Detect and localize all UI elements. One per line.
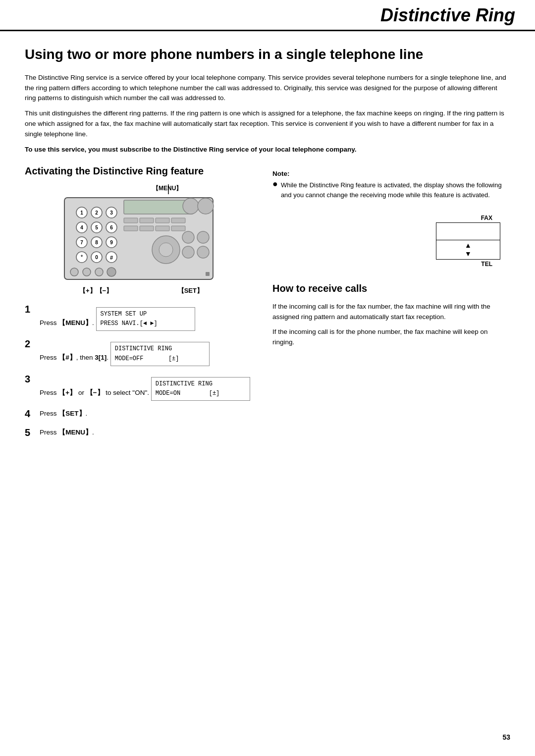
activating-sub-heading: Activating the Distinctive Ring feature [25,165,253,177]
svg-text:8: 8 [95,240,98,245]
svg-rect-35 [124,226,138,231]
step-3-text: Press 【+】 or 【−】 to select "ON". [40,389,149,396]
step-1-content: Press 【MENU】. SYSTEM SET UPPRESS NAVI.[◄… [40,303,253,331]
down-arrow-icon: ▼ [465,250,472,258]
set-label: 【SET】 [178,286,203,295]
step-3-lcd: DISTINCTIVE RINGMODE=ON [±] [151,377,250,401]
svg-text:4: 4 [80,225,83,230]
steps-list: 1 Press 【MENU】. SYSTEM SET UPPRESS NAVI.… [25,303,253,438]
step-2-lcd: DISTINCTIVE RINGMODE=OFF [±] [110,342,210,366]
step-2-num: 2 [25,338,40,350]
svg-point-42 [159,243,173,257]
fax-tel-display: FAX ▲ ▼ TEL [272,215,510,268]
plus-minus-label: 【+】【−】 [79,286,112,295]
up-arrow-icon: ▲ [465,241,472,250]
receive-text-1: If the incoming call is for the fax numb… [272,302,510,323]
step-3: 3 Press 【+】 or 【−】 to select "ON". DISTI… [25,373,253,401]
note-text: While the Distinctive Ring feature is ac… [281,180,510,200]
note-heading: Note: [272,170,510,177]
svg-rect-32 [140,218,154,223]
machine-illustration: 【MENU】 1 [25,184,253,295]
svg-point-43 [182,231,194,243]
step-5-num: 5 [25,427,40,438]
svg-text:*: * [81,254,83,261]
page-container: Distinctive Ring Using two or more phone… [0,0,535,756]
step-1-lcd: SYSTEM SET UPPRESS NAVI.[◄ ►] [96,307,195,331]
svg-rect-38 [171,226,185,231]
svg-text:6: 6 [110,225,113,230]
svg-rect-37 [156,226,169,231]
fax-machine-svg: 1 2 3 4 5 6 7 [59,195,218,284]
step-2: 2 Press 【#】, then 3[1]. DISTINCTIVE RING… [25,338,253,366]
page-number: 53 [502,733,510,741]
intro-paragraph-1: The Distinctive Ring service is a servic… [25,73,510,104]
col-right: Note: ● While the Distinctive Ring featu… [272,165,510,445]
tel-label: TEL [481,261,492,268]
svg-point-29 [107,268,116,276]
fax-label: FAX [481,215,492,221]
step-4: 4 Press 【SET】. [25,408,253,420]
page-title: Distinctive Ring [380,5,515,26]
svg-text:2: 2 [95,210,98,216]
menu-label: 【MENU】 [153,184,182,193]
step-3-num: 3 [25,373,40,385]
receive-text-2: If the incoming call is for the phone nu… [272,327,510,348]
intro-paragraph-2: This unit distinguishes the different ri… [25,108,510,140]
svg-rect-36 [140,226,154,231]
step-1: 1 Press 【MENU】. SYSTEM SET UPPRESS NAVI.… [25,303,253,331]
receive-calls-heading: How to receive calls [272,282,510,295]
step-1-num: 1 [25,303,40,315]
fax-tel-arrows: ▲ ▼ [436,240,500,260]
step-5-content: Press 【MENU】. [40,427,253,437]
step-4-text: Press 【SET】. [40,410,87,417]
bullet-icon: ● [272,179,278,188]
page-header: Distinctive Ring [0,0,535,31]
svg-text:5: 5 [95,225,98,230]
svg-rect-33 [156,218,169,223]
step-1-text: Press 【MENU】. [40,319,94,326]
note-section: Note: ● While the Distinctive Ring featu… [272,170,510,200]
svg-text:#: # [110,255,113,261]
section-heading: Using two or more phone numbers in a sin… [25,46,510,63]
svg-text:7: 7 [80,240,83,245]
svg-point-45 [182,246,194,258]
col-left: Activating the Distinctive Ring feature … [25,165,253,445]
step-3-content: Press 【+】 or 【−】 to select "ON". DISTINC… [40,373,253,401]
step-2-text: Press 【#】, then 3[1]. [40,354,108,362]
note-item-1: ● While the Distinctive Ring feature is … [272,180,510,200]
main-content: Using two or more phone numbers in a sin… [0,31,535,465]
two-col-layout: Activating the Distinctive Ring feature … [25,165,510,445]
step-4-content: Press 【SET】. [40,408,253,419]
bold-note: To use this service, you must subscribe … [25,145,510,155]
step-4-num: 4 [25,408,40,420]
receive-calls-section: How to receive calls If the incoming cal… [272,282,510,348]
svg-point-46 [197,246,209,258]
svg-point-28 [95,268,103,276]
svg-point-40 [198,198,214,214]
svg-text:9: 9 [110,240,113,245]
step-2-content: Press 【#】, then 3[1]. DISTINCTIVE RINGMO… [40,338,253,366]
svg-rect-34 [171,218,185,223]
fax-display-box [436,222,500,240]
svg-point-26 [70,268,78,276]
svg-point-27 [83,268,91,276]
svg-text:0: 0 [95,255,98,260]
svg-text:1: 1 [80,210,83,216]
svg-point-39 [183,198,199,214]
svg-point-44 [197,231,209,243]
svg-rect-47 [206,272,210,276]
step-5-text: Press 【MENU】. [40,429,94,436]
step-5: 5 Press 【MENU】. [25,427,253,438]
svg-rect-31 [124,218,138,223]
svg-text:3: 3 [110,210,113,216]
